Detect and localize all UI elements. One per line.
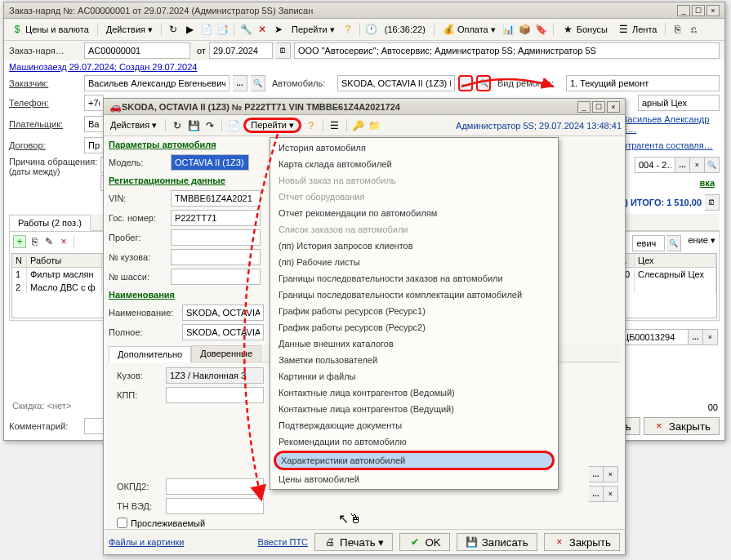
payment-dropdown[interactable]: 💰 Оплата ▾ <box>439 21 499 38</box>
misc2-icon[interactable]: 📦 <box>519 23 532 36</box>
full-input[interactable] <box>182 324 264 340</box>
modal-goto-dropdown[interactable]: Перейти ▾ <box>243 118 301 133</box>
payer-label[interactable]: Плательщик: <box>9 119 81 129</box>
help-icon[interactable]: ? <box>341 23 354 36</box>
modal-undo-icon[interactable]: ↷ <box>203 119 216 132</box>
actions-dropdown[interactable]: Действия ▾ <box>103 23 156 37</box>
date-right-lookup[interactable]: 🔍 <box>705 157 720 173</box>
menu-item[interactable]: Отчет оборудования <box>270 189 558 205</box>
contract-right-tail[interactable]: контрагента составля… <box>613 140 720 150</box>
menu-item[interactable]: Картинки и файлы <box>270 368 558 384</box>
calendar-icon[interactable]: 🗓 <box>276 42 291 59</box>
cb-clear[interactable]: × <box>703 329 718 345</box>
goto-dropdown[interactable]: Перейти ▾ <box>288 23 338 37</box>
menu-item[interactable]: Цены автомобилей <box>270 471 558 487</box>
traceable-checkbox[interactable] <box>117 518 127 528</box>
post-icon[interactable]: ▶ <box>183 23 196 36</box>
close-icon[interactable]: × <box>706 5 720 16</box>
enie-dropdown[interactable]: ение ▾ <box>688 235 715 251</box>
modal-doc-icon[interactable]: 📄 <box>227 119 240 132</box>
menu-item[interactable]: Новый заказ на автомобиль <box>270 172 558 189</box>
model-input[interactable] <box>171 154 249 171</box>
modal-key-icon[interactable]: 🔑 <box>352 119 365 132</box>
menu-item[interactable]: (пп) Рабочие листы <box>270 254 558 270</box>
repair-type-input[interactable] <box>566 75 720 91</box>
modal-help-icon[interactable]: ? <box>305 119 318 132</box>
mileage-input[interactable] <box>171 229 261 246</box>
phone-label[interactable]: Телефон: <box>9 98 81 108</box>
clock-icon[interactable]: 🕐 <box>365 23 378 36</box>
total-calendar-icon[interactable]: 🗓 <box>705 194 720 211</box>
phone-input[interactable] <box>84 95 104 111</box>
modal-close-icon[interactable]: × <box>607 101 620 113</box>
customer-lookup-button[interactable]: 🔍 <box>251 75 265 91</box>
tab-works[interactable]: Работы (2 поз.) <box>9 215 91 231</box>
copy-row-icon[interactable]: ⎘ <box>28 235 41 248</box>
maximize-icon[interactable]: ☐ <box>692 5 705 16</box>
menu-item[interactable]: Список заказов на автомобили <box>270 221 558 238</box>
extra2-icon[interactable]: ⎌ <box>687 23 700 36</box>
payer-right-tail[interactable]: Васильев Александр Е… <box>622 114 720 134</box>
bonuses-button[interactable]: ★ Бонусы <box>559 21 611 38</box>
car-ellipsis-button[interactable]: … <box>458 75 473 91</box>
date-right-clear[interactable]: × <box>690 157 705 173</box>
car-lookup-button[interactable]: 🔍 <box>476 75 491 91</box>
menu-item[interactable]: (пп) История запросов клиентов <box>270 238 558 254</box>
vin-input[interactable] <box>171 190 261 207</box>
time-display[interactable]: (16:36:22) <box>381 23 429 36</box>
cb-value[interactable] <box>618 329 689 345</box>
menu-item[interactable]: Подтверждающие документы <box>270 417 558 433</box>
extra1-icon[interactable]: ⎘ <box>671 23 684 36</box>
modal-minimize-icon[interactable]: _ <box>577 101 591 113</box>
menu-item[interactable]: Контактные лица контрагентов (Ведущий) <box>270 401 558 417</box>
tab-additional[interactable]: Дополнительно <box>109 346 191 362</box>
gos-input[interactable] <box>171 210 261 226</box>
order-date-input[interactable] <box>209 42 273 59</box>
doc1-icon[interactable]: 📄 <box>199 23 212 36</box>
customer-label[interactable]: Заказчик: <box>9 78 81 88</box>
menu-item[interactable]: Данные внешних каталогов <box>270 336 558 352</box>
company-info[interactable] <box>294 42 720 59</box>
feed-button[interactable]: ☰ Лента <box>614 21 660 38</box>
menu-item[interactable]: Контактные лица контрагентов (Ведомый) <box>270 384 558 401</box>
price-currency-button[interactable]: $ Цены и валюта <box>7 21 92 38</box>
modal-folder-icon[interactable]: 📁 <box>368 119 381 132</box>
menu-item[interactable]: Характеристики автомобилей <box>274 451 555 470</box>
modal-ext-ellipsis[interactable]: … <box>589 466 604 482</box>
misc3-icon[interactable]: 🔖 <box>535 23 548 36</box>
tab-trusted[interactable]: Доверенные <box>191 345 261 362</box>
menu-item[interactable]: Рекомендации по автомобилю <box>270 433 558 450</box>
edit-row-icon[interactable]: ✎ <box>42 235 56 248</box>
name-input[interactable] <box>182 304 264 321</box>
print-button[interactable]: 🖨 Печать ▾ <box>314 533 393 551</box>
car-input[interactable] <box>337 75 455 91</box>
minimize-icon[interactable]: _ <box>677 5 690 16</box>
modal-save-button[interactable]: 💾 Записать <box>457 533 537 551</box>
menu-item[interactable]: Заметки пользователей <box>270 352 558 368</box>
modal-ext2-clear[interactable]: × <box>604 486 618 502</box>
modal-refresh-icon[interactable]: ↻ <box>171 119 184 132</box>
customer-ellipsis-button[interactable]: … <box>233 75 247 91</box>
tool-icon[interactable]: 🔧 <box>239 23 252 36</box>
menu-item[interactable]: Карта склада автомобилей <box>270 156 558 172</box>
doc2-icon[interactable]: 📑 <box>216 23 229 36</box>
modal-ext-clear[interactable]: × <box>604 466 618 482</box>
modal-save-icon[interactable]: 💾 <box>187 119 200 132</box>
ok-button[interactable]: ✔ OK <box>399 533 449 551</box>
menu-item[interactable]: Границы последовательности комплектации … <box>270 287 558 303</box>
arrow-icon[interactable]: ➤ <box>272 23 285 36</box>
tnved-input[interactable] <box>166 498 264 514</box>
modal-maximize-icon[interactable]: ☐ <box>592 101 605 113</box>
contract-label[interactable]: Договор: <box>9 140 81 150</box>
date-right-input[interactable] <box>635 157 675 173</box>
contract-input[interactable] <box>84 137 104 153</box>
files-link[interactable]: Файлы и картинки <box>109 537 184 547</box>
main-close-button[interactable]: × Закрыть <box>644 417 720 435</box>
menu-item[interactable]: Границы последовательности заказов на ав… <box>270 270 558 287</box>
date-right-ellipsis[interactable]: … <box>675 157 690 173</box>
add-row-icon[interactable]: + <box>13 235 26 248</box>
menu-item[interactable]: Отчет рекомендации по автомобилям <box>270 205 558 221</box>
del-row-icon[interactable]: × <box>57 235 70 248</box>
misc1-icon[interactable]: 📊 <box>502 23 515 36</box>
menu-item[interactable]: График работы ресурсов (Ресурс1) <box>270 303 558 319</box>
